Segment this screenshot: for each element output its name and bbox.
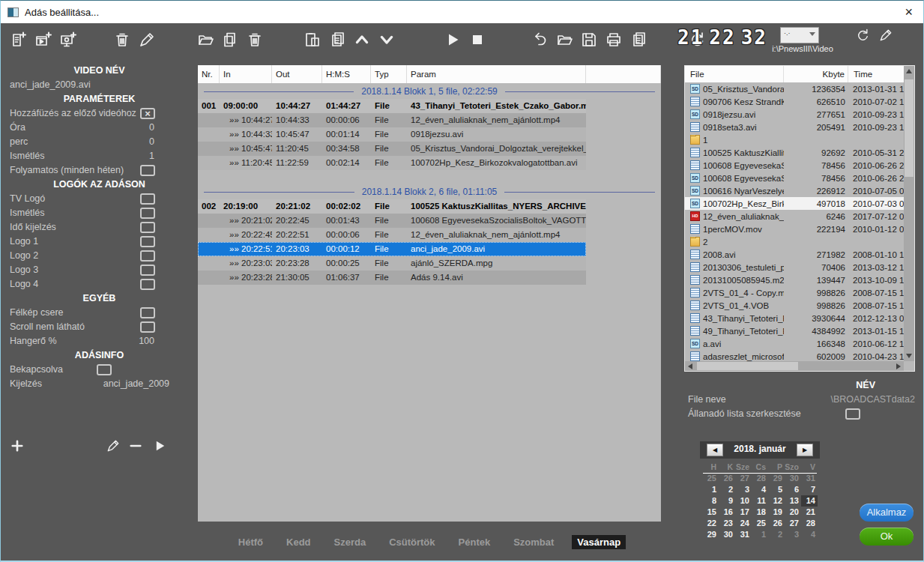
calendar-day[interactable]: 1 xyxy=(752,529,768,540)
allando-checkbox[interactable] xyxy=(845,408,860,420)
calendar-day[interactable]: 31 xyxy=(801,473,818,484)
playlist-row[interactable]: »» 20:22:5120:23:0300:00:12Fileanci_jade… xyxy=(198,242,586,256)
move-up-icon[interactable] xyxy=(353,31,371,49)
scroll-left-icon[interactable] xyxy=(688,363,692,369)
file-row[interactable]: SDa.avi1663482010-06-12 1 xyxy=(685,337,905,350)
playlist-row[interactable]: »» 20:22:4520:22:5100:00:06File12_éven_a… xyxy=(198,228,586,242)
play-icon[interactable] xyxy=(444,31,462,49)
checkbox[interactable] xyxy=(140,279,155,290)
calendar-day[interactable]: 27 xyxy=(785,518,801,529)
checkbox[interactable] xyxy=(140,236,155,247)
ok-button[interactable]: Ok xyxy=(860,528,914,546)
file-row[interactable]: 100608 EgyevesekaSzoci...784562010-06-26… xyxy=(685,159,905,172)
checkbox[interactable] xyxy=(140,222,155,233)
horizontal-scrollbar[interactable] xyxy=(685,361,904,371)
scroll-down-icon[interactable] xyxy=(906,354,912,358)
file-row[interactable]: SD0918jezsu.avi2776512010-09-23 1 xyxy=(685,108,905,121)
calendar-day[interactable]: 18 xyxy=(752,507,768,518)
calendar-day[interactable]: 6 xyxy=(785,484,801,495)
file-row[interactable]: 43_Tihanyi_Tetoteri_Este...39306442012-1… xyxy=(685,312,905,324)
file-row[interactable]: 1 xyxy=(685,133,905,146)
drive-select[interactable]: ·.· xyxy=(780,27,819,43)
vertical-scrollbar[interactable] xyxy=(904,66,914,361)
calendar-day-selected[interactable]: 14 xyxy=(801,495,818,507)
playlist-row[interactable]: »» 10:45:4711:20:4500:34:58File05_Kriszt… xyxy=(198,142,586,156)
calendar-day[interactable]: 26 xyxy=(768,518,785,529)
calendar-day[interactable]: 15 xyxy=(702,507,719,518)
calendar-day[interactable]: 2 xyxy=(768,529,785,540)
playlist-row[interactable]: »» 20:21:0220:22:4500:01:43File100608 Eg… xyxy=(198,214,586,228)
calendar-day[interactable]: 8 xyxy=(702,495,719,507)
copy-icon[interactable] xyxy=(221,31,239,49)
calendar-day[interactable]: 25 xyxy=(752,518,768,529)
calendar-day[interactable]: 16 xyxy=(719,507,735,518)
delete-icon[interactable] xyxy=(113,31,131,49)
calendar-day[interactable]: 30 xyxy=(785,473,801,484)
checkbox[interactable] xyxy=(140,265,155,276)
calendar-day[interactable]: 9 xyxy=(719,495,735,507)
apply-button[interactable]: Alkalmaz xyxy=(860,504,914,522)
calendar-day[interactable]: 23 xyxy=(719,518,735,529)
undo-icon[interactable] xyxy=(531,31,549,49)
calendar-day[interactable]: 30 xyxy=(719,529,735,540)
vscroll-thumb[interactable] xyxy=(905,79,914,177)
calendar-day[interactable]: 31 xyxy=(735,529,752,540)
playlist-row[interactable]: »» 11:20:4511:22:5900:02:14File100702Hp_… xyxy=(198,156,586,170)
hscroll-thumb[interactable] xyxy=(697,362,798,370)
calendar-day[interactable]: 29 xyxy=(702,529,719,540)
calendar-day[interactable]: 4 xyxy=(801,529,818,540)
close-icon[interactable]: × xyxy=(905,2,913,22)
checkbox[interactable] xyxy=(140,250,155,262)
day-tab-2[interactable]: Kedd xyxy=(281,535,316,549)
calendar-day[interactable]: 24 xyxy=(735,518,752,529)
calendar-day[interactable]: 26 xyxy=(719,473,735,484)
day-tab-7[interactable]: Vasárnap xyxy=(572,535,626,549)
add-icon[interactable] xyxy=(10,438,25,453)
stop-icon[interactable] xyxy=(468,31,486,49)
checkbox[interactable] xyxy=(140,193,155,205)
edit-icon[interactable] xyxy=(106,438,121,453)
scroll-up-icon[interactable] xyxy=(906,69,912,73)
new-screen-icon[interactable] xyxy=(59,31,77,49)
file-row[interactable]: 49_Tihanyi_Tetoteri_Este...43849922013-0… xyxy=(685,324,905,337)
file-row[interactable]: adasreszlet_microsoftdv6020092010-04-23 … xyxy=(685,350,905,361)
file-row[interactable]: 2VTS_01_4.VOB9988262008-07-15 1 xyxy=(685,299,905,312)
remove-icon[interactable] xyxy=(128,438,143,453)
paste-icon[interactable] xyxy=(304,31,321,49)
save-icon[interactable] xyxy=(580,31,598,49)
calendar-day[interactable]: 4 xyxy=(752,484,768,495)
playlist-row[interactable]: »» 10:44:3310:45:4700:01:14File0918jezsu… xyxy=(198,127,586,142)
file-row[interactable]: SD100702Hp_Kesz_Birkozok...4970182010-07… xyxy=(685,197,905,210)
calendar-next-icon[interactable]: ▶ xyxy=(797,444,813,456)
calendar-day[interactable]: 5 xyxy=(768,484,785,495)
file-row[interactable]: HD12_éven_aluliaknak_nem...62462017-07-1… xyxy=(685,210,905,223)
checkbox[interactable] xyxy=(97,364,112,375)
calendar-day[interactable]: 13 xyxy=(785,495,801,507)
checkbox[interactable] xyxy=(140,307,155,318)
checkbox[interactable] xyxy=(140,208,155,219)
file-row[interactable]: SD100608 EgyevesekaSzoci...784562010-06-… xyxy=(685,172,905,184)
calendar-day[interactable]: 7 xyxy=(801,484,818,495)
calendar-day[interactable]: 21 xyxy=(801,507,818,518)
print-pages-icon[interactable] xyxy=(629,31,647,49)
calendar-day[interactable]: 25 xyxy=(702,473,719,484)
playlist-row[interactable]: »» 10:44:2710:44:3300:00:06File12_éven_a… xyxy=(198,113,586,127)
file-row[interactable]: 0918seta3.avi2054912010-09-23 1 xyxy=(685,121,905,133)
calendar-day[interactable]: 3 xyxy=(735,484,752,495)
calendar-day[interactable]: 29 xyxy=(768,473,785,484)
checkbox[interactable] xyxy=(140,321,155,333)
checkbox[interactable] xyxy=(140,165,155,176)
file-row[interactable]: 2 xyxy=(685,235,905,248)
calendar-day[interactable]: 19 xyxy=(768,507,785,518)
play-icon[interactable] xyxy=(152,438,167,453)
day-tab-4[interactable]: Csütörtök xyxy=(384,535,440,549)
file-row[interactable]: 20130306_testuleti_prob...704062013-03-1… xyxy=(685,261,905,274)
refresh-icon[interactable] xyxy=(855,28,870,43)
file-row[interactable]: 090706 Kesz StrandKézia...6265102010-07-… xyxy=(685,95,905,108)
file-row[interactable]: SD100616 NyarVeszelyeiTav...2269122010-0… xyxy=(685,184,905,197)
playlist-row[interactable]: 00220:19:0020:21:0200:02:02File100525 Ka… xyxy=(198,199,586,214)
edit-icon[interactable] xyxy=(138,31,156,49)
playlist-row[interactable]: »» 20:23:0320:23:2800:00:25Fileajánló_SZ… xyxy=(198,256,586,271)
file-row[interactable]: SD05_Krisztus_Vandorai_Do...12363542013-… xyxy=(685,82,905,95)
calendar-day[interactable]: 28 xyxy=(752,473,768,484)
